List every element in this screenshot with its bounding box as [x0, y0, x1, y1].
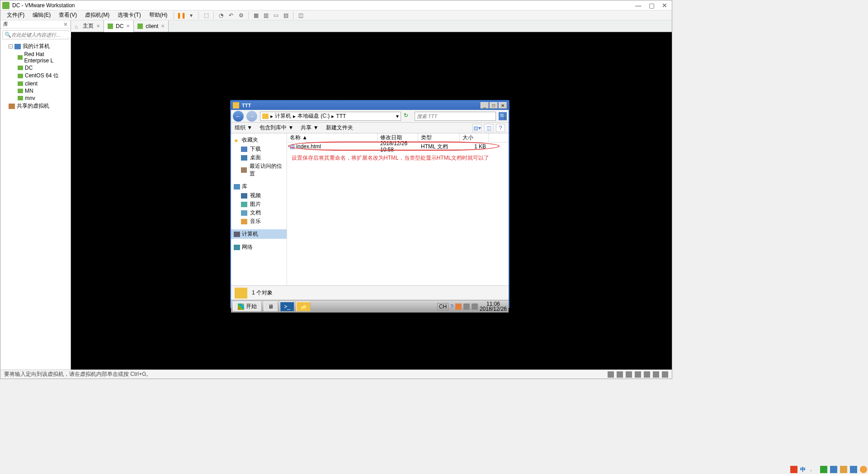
view-menu-icon[interactable]: ▤▾ — [472, 124, 481, 132]
column-type[interactable]: 类型 — [418, 133, 460, 142]
tree-shared[interactable]: 共享的虚拟机 — [2, 102, 69, 110]
tab-dc[interactable]: DC ✕ — [104, 20, 134, 32]
dropdown-icon[interactable]: ▾ — [187, 11, 196, 20]
nav-downloads[interactable]: 下载 — [231, 145, 287, 153]
start-button[interactable]: 开始 — [233, 302, 262, 312]
tab-client[interactable]: client ✕ — [134, 20, 169, 32]
refresh-icon[interactable]: ↻ — [404, 112, 412, 120]
column-name[interactable]: 名称 ▲ — [287, 133, 377, 142]
collapse-icon[interactable]: − — [9, 44, 13, 48]
vm-console[interactable]: TTT _ □ ✕ ← → ▸ 计算机 ▸ 本地磁盘 (C:) — [71, 32, 672, 370]
tool-icon[interactable] — [840, 466, 847, 473]
nav-desktop[interactable]: 桌面 — [231, 153, 287, 162]
taskbar-server-icon[interactable]: 🖥 — [264, 302, 278, 312]
view-console-icon[interactable]: ▦ — [251, 11, 260, 20]
tray-icon[interactable]: , — [810, 466, 817, 473]
menu-help[interactable]: 帮助(H) — [146, 10, 171, 20]
tab-home[interactable]: ⌂ 主页 ✕ — [71, 20, 104, 32]
sidebar-close-icon[interactable]: ✕ — [63, 21, 68, 28]
breadcrumb-folder[interactable]: TTT — [336, 113, 346, 119]
status-cd-icon[interactable] — [617, 371, 623, 378]
forward-button[interactable]: → — [246, 111, 257, 122]
back-button[interactable]: ← — [233, 111, 244, 122]
explorer-titlebar[interactable]: TTT _ □ ✕ — [231, 101, 509, 110]
tray-network-icon[interactable] — [463, 303, 470, 310]
help-icon[interactable]: ? — [496, 124, 505, 132]
taskbar-clock[interactable]: 11:06 2018/12/26 — [480, 302, 507, 312]
status-printer-icon[interactable] — [653, 371, 659, 378]
mic-icon[interactable] — [820, 466, 827, 473]
explorer-search[interactable] — [415, 112, 496, 121]
status-hdd-icon[interactable] — [608, 371, 614, 378]
settings-icon[interactable] — [850, 466, 857, 473]
pause-button[interactable]: ❚❚ — [177, 11, 186, 20]
tab-close-icon[interactable]: ✕ — [161, 24, 165, 28]
circle-icon[interactable] — [860, 466, 867, 473]
new-folder-button[interactable]: 新建文件夹 — [326, 124, 353, 132]
breadcrumb-disk[interactable]: 本地磁盘 (C:) — [297, 112, 330, 120]
revert-icon[interactable]: ↶ — [226, 11, 236, 20]
tree-vm-rhel[interactable]: Red Hat Enterprise L — [2, 51, 69, 64]
search-input[interactable] — [11, 32, 74, 38]
menu-view[interactable]: 查看(V) — [55, 10, 80, 20]
nav-network[interactable]: 网络 — [231, 242, 287, 252]
nav-videos[interactable]: 视频 — [231, 191, 287, 200]
status-display-icon[interactable] — [662, 371, 668, 378]
nav-favorites[interactable]: ★收藏夹 — [231, 135, 287, 145]
minimize-button[interactable]: — — [635, 2, 642, 9]
view-multi-icon[interactable]: ▤ — [281, 11, 290, 20]
nav-computer[interactable]: 计算机 — [231, 229, 287, 239]
address-bar[interactable]: ▸ 计算机 ▸ 本地磁盘 (C:) ▸ TTT ▾ — [260, 112, 401, 121]
ime-icon[interactable] — [790, 466, 797, 473]
nav-pictures[interactable]: 图片 — [231, 200, 287, 209]
snapshot-icon[interactable]: ◔ — [217, 11, 226, 20]
file-row[interactable]: ▤ index.html 2018/12/26 10:58 HTML 文档 1 … — [287, 142, 509, 151]
tree-root[interactable]: − 我的计算机 — [2, 42, 69, 51]
column-size[interactable]: 大小 — [460, 133, 489, 142]
lang-indicator[interactable]: CH — [437, 303, 448, 310]
help-icon[interactable]: ? — [450, 303, 453, 310]
menu-tabs[interactable]: 选项卡(T) — [114, 10, 144, 20]
keyboard-icon[interactable] — [830, 466, 837, 473]
status-usb-icon[interactable] — [635, 371, 641, 378]
menu-file[interactable]: 文件(F) — [3, 10, 28, 20]
preview-pane-icon[interactable]: ◫ — [484, 124, 493, 132]
search-icon[interactable]: 🔍 — [499, 112, 507, 120]
settings-icon[interactable]: ⚙ — [236, 11, 245, 20]
sidebar-search[interactable]: 🔍 — [2, 30, 69, 39]
suspend-icon[interactable]: ⬚ — [202, 11, 211, 20]
tree-vm-centos[interactable]: CentOS 64 位 — [2, 71, 69, 80]
view-unity-icon[interactable]: ▥ — [261, 11, 270, 20]
menu-vm[interactable]: 虚拟机(M) — [81, 10, 113, 20]
nav-music[interactable]: 音乐 — [231, 217, 287, 226]
nav-library[interactable]: 库 — [231, 182, 287, 191]
tree-vm-mnv[interactable]: mnv — [2, 95, 69, 102]
breadcrumb-computer[interactable]: 计算机 — [275, 112, 291, 120]
include-menu[interactable]: 包含到库中 ▼ — [259, 124, 293, 132]
taskbar-explorer-icon[interactable]: 📁 — [296, 302, 311, 312]
lang-cn-icon[interactable]: 中 — [800, 466, 807, 473]
taskbar-powershell-icon[interactable]: >_ — [280, 302, 294, 312]
nav-documents[interactable]: 文档 — [231, 209, 287, 217]
tray-sound-icon[interactable] — [472, 303, 478, 310]
close-button[interactable]: ✕ — [662, 2, 667, 9]
share-menu[interactable]: 共享 ▼ — [301, 124, 318, 132]
nav-recent[interactable]: 最近访问的位置 — [231, 162, 287, 178]
close-button[interactable]: ✕ — [499, 102, 507, 109]
status-sound-icon[interactable] — [644, 371, 650, 378]
titlebar[interactable]: DC - VMware Workstation — ▢ ✕ — [0, 0, 672, 10]
menu-edit[interactable]: 编辑(E) — [29, 10, 54, 20]
tab-close-icon[interactable]: ✕ — [96, 24, 100, 28]
tree-vm-mn[interactable]: MN — [2, 87, 69, 95]
view-fullscreen-icon[interactable]: ▭ — [271, 11, 280, 20]
maximize-button[interactable]: ▢ — [649, 2, 655, 9]
search-input[interactable] — [417, 114, 494, 119]
view-fit-icon[interactable]: ◫ — [296, 11, 305, 20]
tab-close-icon[interactable]: ✕ — [126, 24, 130, 28]
organize-menu[interactable]: 组织 ▼ — [235, 124, 252, 132]
maximize-button[interactable]: □ — [490, 102, 498, 109]
minimize-button[interactable]: _ — [481, 102, 489, 109]
status-net-icon[interactable] — [626, 371, 632, 378]
tree-vm-client[interactable]: client — [2, 80, 69, 87]
tray-flag-icon[interactable] — [455, 303, 462, 310]
